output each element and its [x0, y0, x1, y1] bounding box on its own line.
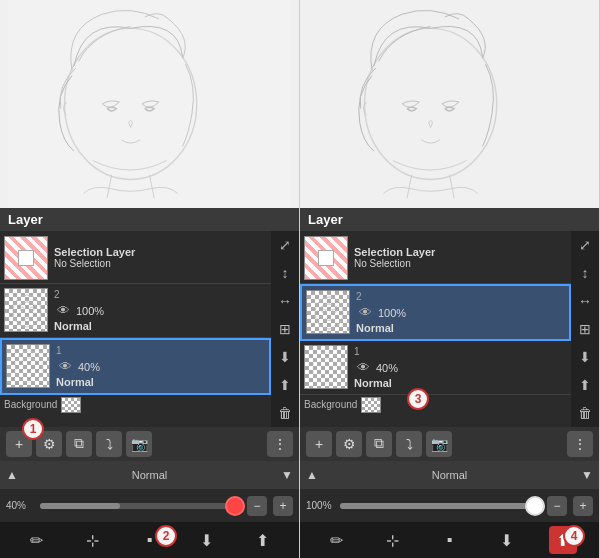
import-btn-left[interactable]: ⤵ — [96, 431, 122, 457]
delete-icon-left[interactable]: 🗑 — [273, 401, 297, 425]
selection-info-right: Selection Layer No Selection — [348, 244, 567, 271]
eye-icon-layer1-right[interactable]: 👁 — [354, 359, 372, 377]
bg-thumb-left — [61, 397, 81, 413]
selection-square-left — [18, 250, 34, 266]
layer2-info-left: 2 👁 100% Normal — [48, 287, 267, 334]
layer-toolbar-left: + ⚙ ⧉ ⤵ 📷 ⋮ — [0, 427, 299, 461]
selection-name-left: Selection Layer — [54, 246, 261, 258]
layer-header-right: Layer — [300, 208, 599, 231]
import-btn-right[interactable]: ⤵ — [396, 431, 422, 457]
opacity-val-left: 40% — [6, 500, 34, 511]
background-row-right[interactable]: Background — [300, 395, 571, 415]
copy-btn-right[interactable]: ⧉ — [366, 431, 392, 457]
status-arrow-down-left[interactable]: ▼ — [281, 468, 293, 482]
layer1-mode-right: Normal — [354, 377, 561, 389]
layer2-mode-left: Normal — [54, 320, 261, 332]
camera-btn-right[interactable]: 📷 — [426, 431, 452, 457]
status-arrow-up-right[interactable]: ▲ — [306, 468, 318, 482]
selection-square-right — [318, 250, 334, 266]
opacity-plus-right[interactable]: + — [573, 496, 593, 516]
camera-btn-left[interactable]: 📷 — [126, 431, 152, 457]
layer1-row-right[interactable]: 1 👁 40% Normal — [300, 341, 571, 395]
opacity-plus-left[interactable]: + — [273, 496, 293, 516]
layer1-thumb-left — [6, 344, 50, 388]
select-icon-left[interactable]: ⊞ — [273, 317, 297, 341]
opacity-slider-right[interactable] — [340, 503, 541, 509]
selection-name-right: Selection Layer — [354, 246, 561, 258]
status-arrow-up-left[interactable]: ▲ — [6, 468, 18, 482]
arrow-tool-left[interactable]: ⬇ — [192, 526, 220, 554]
layer1-opacity-right: 40% — [376, 362, 398, 374]
selection-layer-row-right[interactable]: Selection Layer No Selection — [300, 233, 571, 284]
eye-icon-layer2-right[interactable]: 👁 — [356, 304, 374, 322]
layer-panel-right: Layer Selection Layer No Selection — [300, 208, 599, 461]
gear-btn-right[interactable]: ⚙ — [336, 431, 362, 457]
opacity-handle-left[interactable] — [225, 496, 245, 516]
layer2-thumb-right — [306, 290, 350, 334]
down-icon-right[interactable]: ⬇ — [573, 345, 597, 369]
resize-icon-left[interactable]: ⤢ — [273, 233, 297, 257]
fill-tool-right[interactable]: ▪ — [435, 526, 463, 554]
annotation-3: 3 — [407, 388, 429, 410]
more-btn-left[interactable]: ⋮ — [267, 431, 293, 457]
selection-thumb-right — [304, 236, 348, 280]
panel-left: Layer Selection Layer No Selection — [0, 0, 300, 558]
more-btn-right[interactable]: ⋮ — [567, 431, 593, 457]
resize-icon-right[interactable]: ⤢ — [573, 233, 597, 257]
down-icon-left[interactable]: ⬇ — [273, 345, 297, 369]
select-tool-right[interactable]: ⊹ — [379, 526, 407, 554]
layer-icons-col-left: ⤢ ↕ ↔ ⊞ ⬇ ⬆ 🗑 — [271, 231, 299, 427]
flip-icon-right[interactable]: ↔ — [573, 289, 597, 313]
up-icon-left[interactable]: ⬆ — [273, 373, 297, 397]
layer1-row-left[interactable]: 1 👁 40% Normal — [0, 338, 271, 395]
eye-icon-layer1-left[interactable]: 👁 — [56, 358, 74, 376]
layer1-number-right: 1 — [354, 346, 561, 357]
select-tool-left[interactable]: ⊹ — [79, 526, 107, 554]
brush-tool-right[interactable]: ✏ — [322, 526, 350, 554]
layer2-opacity-left: 100% — [76, 305, 104, 317]
selection-sub-right: No Selection — [354, 258, 561, 269]
layer-list-right: Selection Layer No Selection — [300, 231, 571, 427]
layer2-number-left: 2 — [54, 289, 261, 300]
bg-thumb-right — [361, 397, 381, 413]
opacity-bar-right: 100% − + — [300, 489, 599, 522]
eye-icon-layer2-left[interactable]: 👁 — [54, 302, 72, 320]
status-arrow-down-right[interactable]: ▼ — [581, 468, 593, 482]
svg-rect-10 — [307, 291, 350, 334]
layer2-row-right[interactable]: 2 👁 100% Normal — [300, 284, 571, 341]
selection-thumb-left — [4, 236, 48, 280]
copy-btn-left[interactable]: ⧉ — [66, 431, 92, 457]
layer-panel-left: Layer Selection Layer No Selection — [0, 208, 299, 461]
layer2-row-left[interactable]: 2 👁 100% Normal — [0, 284, 271, 338]
background-row-left[interactable]: Background — [0, 395, 271, 415]
opacity-minus-right[interactable]: − — [547, 496, 567, 516]
svg-rect-14 — [305, 346, 348, 389]
chevron-tool-left[interactable]: ⬆ — [249, 526, 277, 554]
layer1-opacity-left: 40% — [78, 361, 100, 373]
selection-layer-row-left[interactable]: Selection Layer No Selection — [0, 233, 271, 284]
bottom-tools-right: ✏ ⊹ ▪ ⬇ ⬆ — [300, 522, 599, 558]
delete-icon-right[interactable]: 🗑 — [573, 401, 597, 425]
move-icon-left[interactable]: ↕ — [273, 261, 297, 285]
move-icon-right[interactable]: ↕ — [573, 261, 597, 285]
layer-icons-col-right: ⤢ ↕ ↔ ⊞ ⬇ ⬆ 🗑 — [571, 231, 599, 427]
opacity-minus-left[interactable]: − — [247, 496, 267, 516]
opacity-slider-left[interactable] — [40, 503, 241, 509]
layer-header-left: Layer — [0, 208, 299, 231]
layer-body-right: Selection Layer No Selection — [300, 231, 599, 427]
add-layer-btn-right[interactable]: + — [306, 431, 332, 457]
bottom-tools-left: ✏ ⊹ ▪ ⬇ ⬆ — [0, 522, 299, 558]
layer1-thumb-right — [304, 345, 348, 389]
brush-tool-left[interactable]: ✏ — [22, 526, 50, 554]
status-label-right: Normal — [318, 469, 581, 481]
flip-icon-left[interactable]: ↔ — [273, 289, 297, 313]
layer1-info-right: 1 👁 40% Normal — [348, 344, 567, 391]
svg-rect-2 — [5, 289, 48, 332]
canvas-area-right — [300, 0, 599, 208]
up-icon-right[interactable]: ⬆ — [573, 373, 597, 397]
opacity-handle-right[interactable] — [525, 496, 545, 516]
select-icon-right[interactable]: ⊞ — [573, 317, 597, 341]
arrow-tool-right[interactable]: ⬇ — [492, 526, 520, 554]
layer2-opacity-right: 100% — [378, 307, 406, 319]
annotation-2: 2 — [155, 525, 177, 547]
